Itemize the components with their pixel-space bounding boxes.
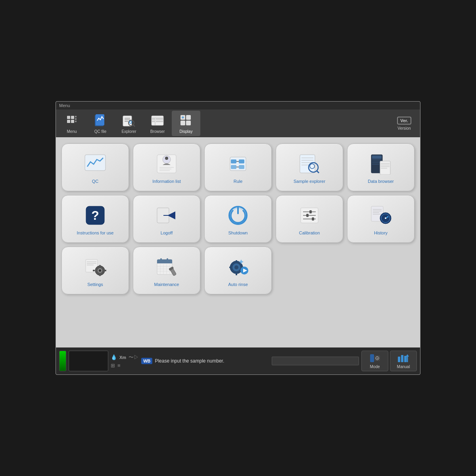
mode-button[interactable]: Mode <box>361 351 388 371</box>
svg-rect-4 <box>75 116 77 117</box>
xm-label: Xm <box>119 355 126 360</box>
svg-rect-126 <box>404 356 407 362</box>
information-list-label: Information list <box>152 179 181 184</box>
svg-rect-96 <box>104 270 106 271</box>
rule-label: Rule <box>234 179 243 184</box>
browser-toolbar-icon <box>150 113 165 128</box>
auto-rinse-icon <box>226 255 250 279</box>
menu-item-logoff[interactable]: Logoff <box>133 195 200 243</box>
toolbar-menu-label: Menu <box>67 129 77 134</box>
svg-rect-101 <box>167 258 168 261</box>
logoff-icon <box>155 203 178 227</box>
version-button[interactable]: Ver. Version <box>390 111 418 136</box>
menu-item-information-list[interactable]: Information list <box>133 144 200 191</box>
menu-item-qc[interactable]: QC <box>61 144 129 191</box>
svg-rect-100 <box>160 258 162 261</box>
svg-point-123 <box>377 357 378 359</box>
maintenance-label: Maintenance <box>154 282 179 287</box>
svg-rect-19 <box>152 118 155 120</box>
wb-badge: WB <box>141 358 152 364</box>
status-message: Please input the sample number. <box>155 358 269 364</box>
svg-rect-115 <box>236 273 237 275</box>
toolbar: Menu QC file <box>56 109 420 137</box>
sample-number-input[interactable] <box>272 357 359 365</box>
toolbar-item-browser[interactable]: Browser <box>143 111 172 136</box>
svg-rect-37 <box>231 159 236 163</box>
svg-marker-127 <box>406 354 409 357</box>
main-content: QC Information list <box>56 137 420 347</box>
svg-rect-95 <box>93 270 95 271</box>
svg-rect-52 <box>372 155 382 159</box>
status-icon-row-top: 💧 Xm 〜▷ <box>111 354 139 361</box>
svg-rect-25 <box>180 121 185 125</box>
menu-item-auto-rinse[interactable]: Auto rinse <box>204 247 272 294</box>
data-browser-label: Data browser <box>368 179 393 184</box>
svg-rect-94 <box>99 274 101 276</box>
menu-toolbar-icon <box>65 113 79 128</box>
toolbar-item-menu[interactable]: Menu <box>58 111 86 136</box>
svg-rect-40 <box>231 165 236 169</box>
menu-item-sample-explorer[interactable]: Sample explorer <box>276 144 343 191</box>
mode-label: Mode <box>370 365 380 369</box>
rule-icon <box>226 152 250 176</box>
svg-point-32 <box>165 157 168 160</box>
menu-item-history[interactable]: History <box>347 195 415 243</box>
settings-label: Settings <box>87 282 103 287</box>
title-bar: Menu <box>56 102 420 109</box>
svg-rect-2 <box>67 120 70 123</box>
menu-item-settings[interactable]: Settings <box>61 247 129 294</box>
svg-rect-57 <box>380 161 390 175</box>
menu-grid: QC Information list <box>61 144 415 294</box>
svg-rect-114 <box>236 260 237 263</box>
svg-rect-22 <box>156 121 163 122</box>
svg-rect-124 <box>398 357 400 362</box>
svg-rect-120 <box>370 354 374 362</box>
svg-rect-41 <box>239 165 244 169</box>
status-bar: 💧 Xm 〜▷ ⊞ ≡ WB Please input the sample n… <box>56 347 420 374</box>
shutdown-label: Shutdown <box>228 230 248 235</box>
svg-rect-3 <box>71 120 74 123</box>
svg-point-92 <box>99 269 101 272</box>
instructions-icon: ? <box>83 203 107 227</box>
svg-rect-5 <box>75 118 77 120</box>
qc-icon <box>83 152 107 176</box>
wave-icon: 〜▷ <box>129 354 139 361</box>
app-window: Menu Menu <box>56 101 420 375</box>
svg-rect-26 <box>186 121 191 125</box>
toolbar-item-qcfile[interactable]: QC file <box>86 111 115 136</box>
svg-point-113 <box>234 265 238 269</box>
calibration-icon <box>298 203 321 227</box>
toolbar-item-explorer[interactable]: Explorer <box>115 111 143 136</box>
information-list-icon <box>155 152 178 176</box>
svg-rect-93 <box>99 265 101 267</box>
toolbar-qcfile-label: QC file <box>94 129 107 134</box>
svg-rect-74 <box>306 214 309 217</box>
menu-item-calibration[interactable]: Calibration <box>276 195 343 243</box>
svg-rect-20 <box>156 118 163 120</box>
menu-item-maintenance[interactable]: Maintenance <box>133 247 200 294</box>
manual-button[interactable]: Manual <box>390 351 417 371</box>
display-toolbar-icon <box>179 113 193 128</box>
window-title: Menu <box>59 103 70 108</box>
menu-item-shutdown[interactable]: Shutdown <box>204 195 272 243</box>
version-label: Version <box>397 126 411 131</box>
shutdown-icon <box>226 203 250 227</box>
logoff-label: Logoff <box>161 230 173 235</box>
status-icon-row-bottom: ⊞ ≡ <box>111 363 139 369</box>
menu-item-instructions-for-use[interactable]: ? Instructions for use <box>61 195 129 243</box>
manual-label: Manual <box>397 365 410 369</box>
svg-rect-99 <box>157 262 172 263</box>
svg-text:?: ? <box>91 208 99 223</box>
menu-item-data-browser[interactable]: Data browser <box>347 144 415 191</box>
qc-label: QC <box>92 179 99 184</box>
toolbar-explorer-label: Explorer <box>121 129 136 134</box>
svg-rect-116 <box>229 267 232 268</box>
svg-line-14 <box>133 125 135 127</box>
svg-point-85 <box>385 217 386 219</box>
data-browser-icon <box>369 152 393 176</box>
toolbar-item-display[interactable]: Display <box>172 111 200 136</box>
explorer-toolbar-icon <box>122 113 136 128</box>
qcfile-toolbar-icon <box>93 113 107 128</box>
svg-rect-1 <box>71 116 74 119</box>
menu-item-rule[interactable]: Rule <box>204 144 272 191</box>
